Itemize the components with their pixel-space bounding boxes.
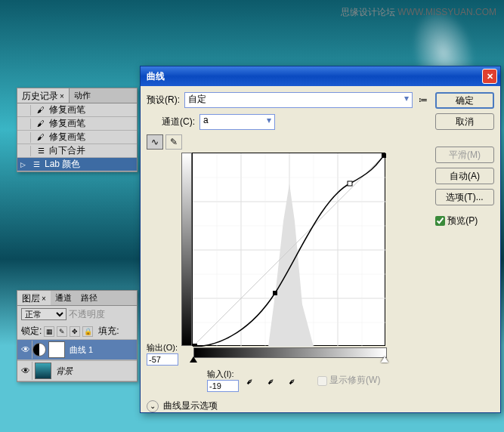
preset-select[interactable]: 自定▾ xyxy=(184,92,413,108)
layer-item-background[interactable]: 👁 背景 xyxy=(17,360,137,381)
history-item[interactable]: ☰向下合并 xyxy=(17,144,137,158)
fill-label: 填充: xyxy=(98,325,119,338)
tab-layers[interactable]: 图层× xyxy=(17,291,51,305)
curve-pencil-tool[interactable]: ✎ xyxy=(165,134,182,150)
tab-paths[interactable]: 路径 xyxy=(76,291,102,305)
tab-history[interactable]: 历史记录× xyxy=(17,88,70,103)
history-item[interactable]: 🖌修复画笔 xyxy=(17,117,137,131)
eyedropper-white-icon[interactable]: ✒ xyxy=(286,371,305,390)
curve-point[interactable] xyxy=(348,181,352,186)
expand-icon: ⌄ xyxy=(147,400,159,412)
mode-icon: ☰ xyxy=(30,159,42,171)
eyedropper-black-icon[interactable]: ✒ xyxy=(243,371,262,390)
output-gradient xyxy=(181,153,192,346)
lock-move-icon[interactable]: ✥ xyxy=(70,326,80,337)
adjustment-icon xyxy=(32,343,46,356)
blend-mode-row: 正常 不透明度 xyxy=(17,306,137,323)
lock-transparent-icon[interactable]: ▦ xyxy=(44,326,54,337)
history-item[interactable]: 🖌修复画笔 xyxy=(17,103,137,117)
ok-button[interactable]: 确定 xyxy=(435,92,494,109)
lock-row: 锁定: ▦ ✎ ✥ 🔒 填充: xyxy=(17,323,137,339)
visibility-icon[interactable]: 👁 xyxy=(19,362,32,380)
channel-select[interactable]: a▾ xyxy=(199,114,275,130)
layers-tabs: 图层× 通道 路径 xyxy=(17,291,137,306)
curve-point[interactable] xyxy=(193,344,197,347)
dialog-title: 曲线 xyxy=(144,70,482,83)
curve-grid[interactable] xyxy=(192,153,385,346)
opacity-label: 不透明度 xyxy=(69,309,105,319)
tab-channels[interactable]: 通道 xyxy=(51,291,76,305)
auto-button[interactable]: 自动(A) xyxy=(435,168,494,184)
show-clipping[interactable]: 显示修剪(W) xyxy=(317,374,380,387)
layer-name: 背景 xyxy=(56,366,73,377)
brush-icon: 🖌 xyxy=(35,131,47,143)
close-button[interactable]: ✕ xyxy=(482,69,497,84)
input-gradient xyxy=(193,347,387,358)
display-options-toggle[interactable]: ⌄ 曲线显示选项 xyxy=(147,400,429,412)
history-item-selected[interactable]: ▷☰Lab 颜色 xyxy=(17,158,137,171)
input-input[interactable] xyxy=(207,380,239,392)
lock-paint-icon[interactable]: ✎ xyxy=(57,326,67,337)
layers-panel: 图层× 通道 路径 正常 不透明度 锁定: ▦ ✎ ✥ 🔒 填充: 👁 曲线 1… xyxy=(17,290,138,382)
output-label: 输出(O): xyxy=(147,342,178,353)
smooth-button: 平滑(M) xyxy=(435,147,494,163)
channel-label: 通道(C): xyxy=(162,116,195,128)
layer-item-curves[interactable]: 👁 曲线 1 xyxy=(17,339,137,360)
cancel-button[interactable]: 取消 xyxy=(435,113,494,130)
blend-mode-select[interactable]: 正常 xyxy=(21,308,66,320)
output-input[interactable] xyxy=(147,353,178,366)
visibility-icon[interactable]: 👁 xyxy=(19,341,32,359)
curve-point[interactable] xyxy=(382,153,386,158)
curve-point-selected[interactable] xyxy=(273,291,277,295)
layer-name: 曲线 1 xyxy=(70,344,93,356)
layer-thumb xyxy=(35,363,51,379)
history-panel: 历史记录× 动作 🖌修复画笔 🖌修复画笔 🖌修复画笔 ☰向下合并 ▷☰Lab 颜… xyxy=(17,88,138,172)
history-item[interactable]: 🖌修复画笔 xyxy=(17,131,137,144)
play-icon: ▷ xyxy=(20,161,28,168)
slider-black[interactable] xyxy=(190,356,197,363)
merge-icon: ☰ xyxy=(35,145,47,157)
lock-label: 锁定: xyxy=(21,325,42,338)
brush-icon: 🖌 xyxy=(35,118,47,130)
tab-actions[interactable]: 动作 xyxy=(70,88,95,103)
preset-label: 预设(R): xyxy=(147,94,180,106)
slider-white[interactable] xyxy=(381,356,388,363)
curve-point-tool[interactable]: ∿ xyxy=(147,134,163,150)
curve-chart[interactable] xyxy=(193,153,386,347)
history-tabs: 历史记录× 动作 xyxy=(17,88,137,103)
watermark: 思缘设计论坛 WWW.MISSYUAN.COM xyxy=(341,6,496,19)
brush-icon: 🖌 xyxy=(35,104,47,116)
input-slider[interactable] xyxy=(193,358,387,366)
lock-all-icon[interactable]: 🔒 xyxy=(82,326,93,337)
options-button[interactable]: 选项(T)... xyxy=(435,189,494,205)
preview-checkbox[interactable]: 预览(P) xyxy=(435,214,494,227)
curves-dialog: 曲线 ✕ 预设(R): 自定▾ ≔ 通道(C): a▾ ∿ ✎ xyxy=(140,66,501,413)
input-label: 输入(I): xyxy=(207,369,239,380)
layer-mask-thumb[interactable] xyxy=(48,341,65,358)
eyedropper-gray-icon[interactable]: ✒ xyxy=(264,371,283,390)
titlebar[interactable]: 曲线 ✕ xyxy=(141,66,500,86)
preset-menu-icon[interactable]: ≔ xyxy=(417,94,429,106)
